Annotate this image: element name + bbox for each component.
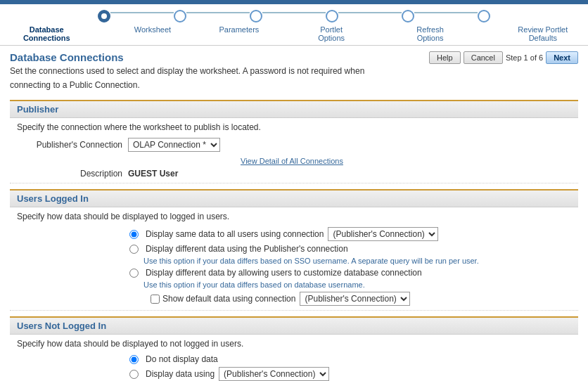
show-default-label: Show default data using connection [162,294,295,304]
logged-radio-1-select[interactable]: (Publisher's Connection) [328,227,438,241]
publisher-section-header: Publisher [10,100,578,118]
publisher-connection-label: Publisher's Connection [10,140,122,150]
wizard-labels: Database Connections Worksheet Parameter… [7,25,581,42]
page-title: Database Connections [10,51,364,63]
wizard-circle-1 [98,10,110,22]
show-default-row: Show default data using connection (Publ… [10,292,578,306]
logged-radio-3-label: Display different data by allowing users… [146,268,422,278]
wizard-label-2[interactable]: Worksheet [134,25,171,34]
not-logged-radio-2-label: Display data using [146,369,215,379]
show-default-checkbox[interactable] [151,295,160,304]
users-logged-section-desc: Specify how data should be displayed to … [10,212,578,221]
wizard-circle-5 [402,10,414,22]
description-value: GUEST User [128,169,178,179]
not-logged-section-header: Users Not Logged In [10,316,578,335]
not-logged-radio-2-select[interactable]: (Publisher's Connection) [219,367,329,381]
not-logged-radio-1-label: Do not display data [146,354,218,364]
publisher-section-desc: Specify the connection where the workshe… [10,122,578,132]
wizard-step-2[interactable] [174,10,186,22]
wizard-bar: Database Connections Worksheet Parameter… [0,4,588,46]
logged-radio-3-hint: Use this option if your data differs bas… [10,280,578,289]
wizard-circle-3 [250,10,262,22]
divider-1 [10,183,578,183]
logged-radio-2-label: Display different data using the Publish… [146,244,348,254]
not-logged-radio-2-row: Display data using (Publisher's Connecti… [10,367,578,381]
users-logged-section-header: Users Logged In [10,189,578,207]
next-button-top[interactable]: Next [546,51,578,64]
top-actions: Help Cancel Step 1 of 6 Next [429,51,578,64]
wizard-step-1[interactable] [98,10,110,22]
wizard-line-3 [262,12,326,13]
wizard-label-3[interactable]: Parameters [219,25,259,34]
wizard-circle-4 [326,10,338,22]
main-content: Database Connections Set the connections… [0,46,588,381]
logged-radio-2[interactable] [129,245,139,254]
logged-radio-1[interactable] [129,230,139,239]
wizard-step-3[interactable] [250,10,262,22]
description-label: Description [10,169,122,179]
step-label-top: Step 1 of 6 [506,53,543,62]
wizard-label-1[interactable]: Database Connections [7,25,86,42]
not-logged-section-desc: Specify how data should be displayed to … [10,339,578,349]
help-button-top[interactable]: Help [429,51,461,64]
logged-radio-1-label: Display same data to all users using con… [146,229,324,239]
wizard-label-4[interactable]: Portlet Options [307,25,356,42]
wizard-step-4[interactable] [326,10,338,22]
show-default-select[interactable]: (Publisher's Connection) [300,292,410,306]
logged-connection-row: Display same data to all users using con… [10,227,578,241]
wizard-label-6[interactable]: Review Portlet Defaults [505,25,581,42]
view-all-connections-link[interactable]: View Detail of All Connections [241,157,343,165]
wizard-line-5 [414,12,478,13]
wizard-line-1 [110,12,174,13]
logged-radio-2-row: Display different data using the Publish… [10,244,578,254]
page-description-1: Set the connections used to select and d… [10,66,364,76]
wizard-step-6[interactable] [478,10,490,22]
logged-radio-2-hint: Use this option if your data differs bas… [10,257,578,265]
wizard-line-4 [338,12,402,13]
not-logged-radio-1[interactable] [129,355,139,364]
wizard-label-5[interactable]: Refresh Options [404,25,456,42]
publisher-connection-select[interactable]: OLAP Connection * [128,138,220,152]
publisher-connection-row: Publisher's Connection OLAP Connection * [10,138,578,152]
description-row: Description GUEST User [10,169,578,179]
cancel-button-top[interactable]: Cancel [464,51,503,64]
not-logged-radio-2[interactable] [129,370,139,379]
wizard-circle-2 [174,10,186,22]
page-description-2: connecting to a Public Connection. [10,80,364,90]
logged-radio-3[interactable] [129,269,139,278]
not-logged-radio-1-row: Do not display data [10,354,578,364]
wizard-line-2 [186,12,250,13]
wizard-steps [98,10,490,22]
divider-2 [10,310,578,311]
logged-radio-3-row: Display different data by allowing users… [10,268,578,278]
wizard-circle-6 [478,10,490,22]
wizard-step-5[interactable] [402,10,414,22]
